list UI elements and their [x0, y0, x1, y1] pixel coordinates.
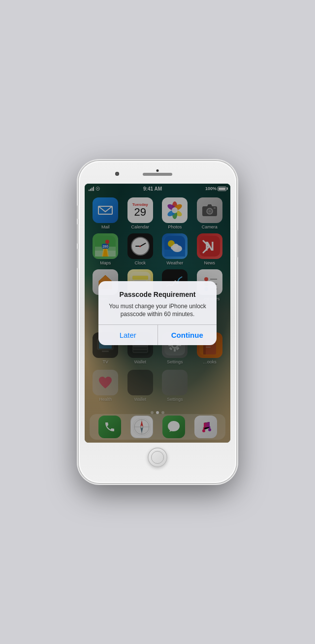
alert-continue-button[interactable]: Continue	[158, 325, 217, 345]
phone-screen: ☉ 9:41 AM 100% Mai	[85, 184, 230, 443]
power-button[interactable]	[236, 230, 238, 258]
alert-message: You must change your iPhone unlock passc…	[106, 302, 209, 319]
alert-title: Passcode Requirement	[106, 290, 209, 299]
earpiece-speaker	[143, 173, 172, 176]
front-camera	[157, 169, 159, 172]
alert-overlay: Passcode Requirement You must change you…	[85, 184, 230, 443]
home-button-ring	[151, 451, 164, 464]
volume-up-button[interactable]	[77, 224, 79, 244]
volume-down-button[interactable]	[77, 249, 79, 268]
phone-frame: ☉ 9:41 AM 100% Mai	[79, 161, 236, 483]
phone-top-bezel	[85, 168, 230, 182]
home-button[interactable]	[148, 448, 167, 467]
selfie-camera	[115, 172, 119, 176]
alert-buttons: Later Continue	[98, 325, 217, 345]
alert-content: Passcode Requirement You must change you…	[98, 281, 217, 324]
mute-button[interactable]	[77, 205, 79, 219]
alert-later-button[interactable]: Later	[98, 325, 158, 345]
phone-bottom-bezel	[85, 445, 230, 470]
alert-dialog: Passcode Requirement You must change you…	[98, 281, 217, 345]
